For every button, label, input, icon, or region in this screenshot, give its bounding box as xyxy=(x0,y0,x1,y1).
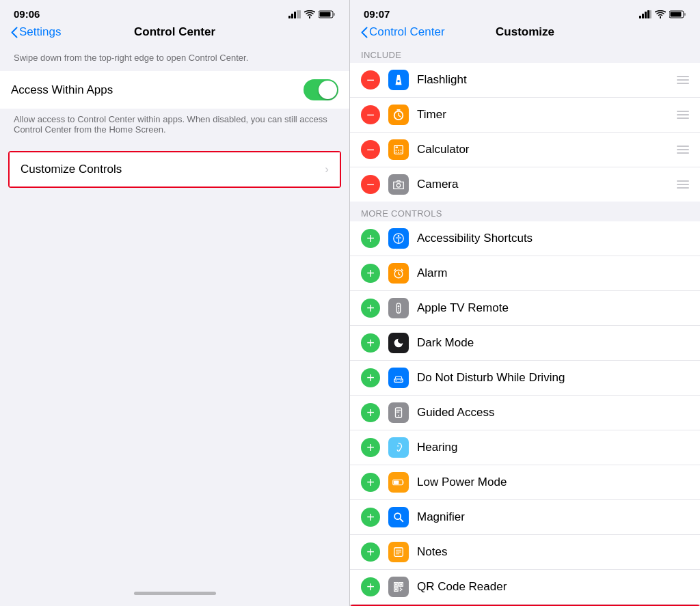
qr-reader-label: QR Code Reader xyxy=(417,580,689,594)
accessibility-row[interactable]: + Accessibility Shortcuts xyxy=(350,221,700,256)
qr-reader-icon-box xyxy=(388,577,409,597)
add-alarm-button[interactable]: + xyxy=(361,264,380,283)
guided-access-row[interactable]: + Guided Access xyxy=(350,396,700,430)
access-within-apps-toggle[interactable] xyxy=(304,79,338,100)
timer-row[interactable]: − Timer xyxy=(350,98,700,133)
left-status-icons xyxy=(288,10,336,18)
accessibility-label: Accessibility Shortcuts xyxy=(417,232,689,245)
notes-row[interactable]: + Notes xyxy=(350,535,700,570)
add-darkmode-button[interactable]: + xyxy=(361,333,380,353)
camera-row[interactable]: − Camera xyxy=(350,167,700,202)
back-label: Settings xyxy=(19,25,61,39)
qr-reader-row[interactable]: + QR Code Reader xyxy=(350,570,700,605)
flashlight-icon-box xyxy=(388,70,409,90)
accessibility-icon-box xyxy=(388,228,409,249)
customize-controls-label: Customize Controls xyxy=(21,163,319,176)
add-magnifier-button[interactable]: + xyxy=(361,508,380,527)
svg-rect-40 xyxy=(403,481,404,484)
access-within-apps-row: Access Within Apps xyxy=(0,71,349,109)
customize-chevron-icon: › xyxy=(325,163,329,176)
right-nav-bar: Control Center Customize xyxy=(350,23,700,44)
svg-rect-9 xyxy=(642,14,644,18)
add-appletv-button[interactable]: + xyxy=(361,299,380,318)
add-low-power-button[interactable]: + xyxy=(361,473,380,492)
right-back-label: Control Center xyxy=(369,25,445,39)
add-notes-button[interactable]: + xyxy=(361,542,380,562)
toggle-knob xyxy=(319,81,337,99)
svg-rect-11 xyxy=(647,10,649,18)
right-back-chevron-icon xyxy=(361,27,368,38)
calculator-row[interactable]: − Calculator xyxy=(350,133,700,167)
alarm-label: Alarm xyxy=(417,266,689,280)
svg-point-38 xyxy=(397,445,399,447)
svg-point-20 xyxy=(398,150,399,151)
add-hearing-button[interactable]: + xyxy=(361,438,380,457)
svg-point-24 xyxy=(401,152,402,153)
qr-reader-icon xyxy=(392,581,405,593)
svg-rect-1 xyxy=(291,14,293,18)
add-dnd-driving-button[interactable]: + xyxy=(361,368,380,387)
control-center-back-button[interactable]: Control Center xyxy=(361,25,445,39)
add-qr-reader-button[interactable]: + xyxy=(361,577,380,596)
low-power-label: Low Power Mode xyxy=(417,476,689,489)
hearing-row[interactable]: + Hearing xyxy=(350,430,700,465)
svg-rect-2 xyxy=(294,12,296,18)
customize-controls-box[interactable]: Customize Controls › xyxy=(8,151,341,188)
apple-tv-remote-row[interactable]: + Apple TV Remote xyxy=(350,291,700,326)
svg-point-31 xyxy=(398,308,399,309)
appletv-label: Apple TV Remote xyxy=(417,301,689,315)
home-bar xyxy=(134,592,216,595)
svg-point-21 xyxy=(401,150,402,151)
more-controls-list: + Accessibility Shortcuts + xyxy=(350,221,700,606)
remove-flashlight-button[interactable]: − xyxy=(361,70,380,89)
right-time: 09:07 xyxy=(364,8,390,20)
camera-drag-handle xyxy=(677,180,689,189)
notes-icon xyxy=(392,546,405,558)
guided-access-label: Guided Access xyxy=(417,406,689,419)
access-within-apps-group: Access Within Apps xyxy=(0,71,349,109)
add-accessibility-button[interactable]: + xyxy=(361,229,380,248)
plus-icon-2: + xyxy=(366,266,375,280)
remove-camera-button[interactable]: − xyxy=(361,175,380,194)
settings-back-button[interactable]: Settings xyxy=(11,25,61,39)
customize-controls-row[interactable]: Customize Controls › xyxy=(10,152,340,187)
calculator-icon-box xyxy=(388,139,409,160)
left-home-indicator xyxy=(0,586,349,606)
svg-rect-4 xyxy=(299,10,301,18)
right-nav-title: Customize xyxy=(496,25,554,39)
svg-rect-14 xyxy=(684,13,686,16)
svg-point-37 xyxy=(398,415,399,417)
notes-icon-box xyxy=(388,542,409,562)
plus-icon-1: + xyxy=(366,232,375,245)
appletv-icon-box xyxy=(388,298,409,318)
svg-rect-3 xyxy=(297,10,299,18)
guided-access-icon xyxy=(392,407,405,419)
svg-point-30 xyxy=(398,305,400,307)
svg-point-22 xyxy=(396,152,397,153)
add-guided-access-button[interactable]: + xyxy=(361,403,380,422)
dnd-driving-row[interactable]: + Do Not Disturb While Driving xyxy=(350,361,700,396)
svg-rect-48 xyxy=(400,583,402,586)
flashlight-icon xyxy=(392,74,405,86)
right-status-bar: 09:07 xyxy=(350,0,700,23)
plus-icon-8: + xyxy=(366,476,375,489)
alarm-row[interactable]: + Alarm xyxy=(350,256,700,291)
darkmode-label: Dark Mode xyxy=(417,336,689,350)
magnifier-row[interactable]: + Magnifier xyxy=(350,500,700,535)
flashlight-drag-handle xyxy=(677,76,689,84)
dark-mode-row[interactable]: + Dark Mode xyxy=(350,326,700,361)
svg-rect-18 xyxy=(396,147,399,148)
plus-icon-11: + xyxy=(366,580,375,594)
left-nav-title: Control Center xyxy=(134,25,215,39)
low-power-icon-box xyxy=(388,472,409,493)
camera-icon xyxy=(392,178,405,191)
remove-timer-button[interactable]: − xyxy=(361,105,380,124)
magnifier-icon xyxy=(392,511,405,523)
low-power-row[interactable]: + Low Power Mode xyxy=(350,465,700,500)
remove-calculator-button[interactable]: − xyxy=(361,140,380,159)
dnd-driving-label: Do Not Disturb While Driving xyxy=(417,371,689,385)
flashlight-row[interactable]: − Flashlight xyxy=(350,63,700,98)
low-power-icon xyxy=(392,476,405,488)
hearing-label: Hearing xyxy=(417,441,689,454)
accessibility-icon xyxy=(392,232,405,245)
